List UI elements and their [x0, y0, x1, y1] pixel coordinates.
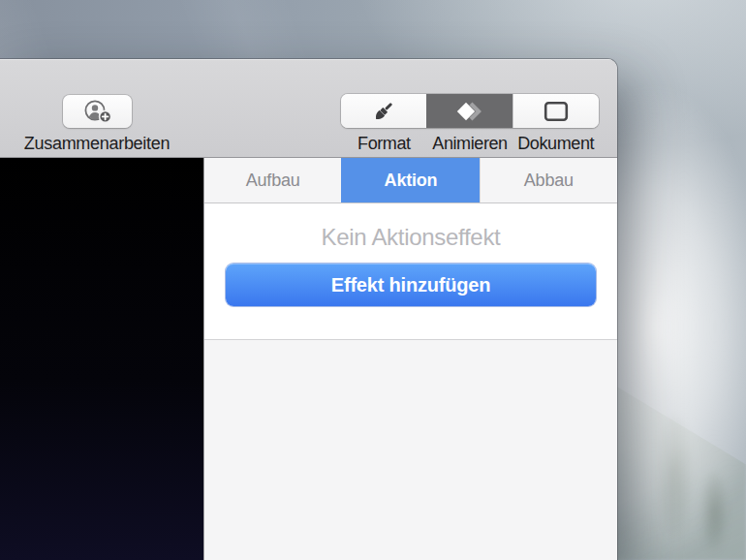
segment-document-label: Dokument	[513, 134, 599, 154]
segment-format[interactable]	[341, 94, 426, 128]
view-switcher: Format Animieren Dokument	[341, 94, 599, 154]
collaborate-label: Zusammenarbeiten	[17, 134, 176, 154]
action-effect-section: Kein Aktionseffekt Effekt hinzufügen	[204, 203, 617, 339]
screenshot-root: Zusammenarbeiten	[0, 0, 746, 560]
toolbar: Zusammenarbeiten	[0, 59, 617, 158]
slide-canvas[interactable]	[0, 158, 204, 560]
effects-list-area	[204, 339, 617, 560]
view-segments	[341, 94, 599, 128]
tab-aktion[interactable]: Aktion	[341, 158, 479, 202]
tab-aufbau[interactable]: Aufbau	[204, 158, 341, 202]
view-segment-labels: Format Animieren Dokument	[341, 134, 599, 154]
animate-diamond-icon	[453, 100, 486, 123]
inspector-tabs: Aufbau Aktion Abbau	[204, 158, 617, 203]
tab-abbau[interactable]: Abbau	[480, 158, 617, 202]
segment-animate-label: Animieren	[427, 134, 513, 154]
animate-inspector: Aufbau Aktion Abbau Kein Aktionseffekt E…	[204, 158, 617, 560]
empty-state-text: Kein Aktionseffekt	[204, 223, 617, 252]
add-effect-button[interactable]: Effekt hinzufügen	[226, 264, 596, 306]
document-icon	[544, 101, 569, 122]
segment-document[interactable]	[513, 94, 599, 128]
person-add-icon	[81, 99, 112, 124]
collaborate-button[interactable]	[63, 95, 132, 128]
keynote-window: Zusammenarbeiten	[0, 59, 617, 560]
segment-format-label: Format	[341, 134, 427, 154]
segment-animate[interactable]	[426, 94, 513, 128]
paintbrush-icon	[371, 99, 396, 124]
window-main: Aufbau Aktion Abbau Kein Aktionseffekt E…	[0, 158, 617, 560]
collaborate-group: Zusammenarbeiten	[17, 95, 176, 154]
